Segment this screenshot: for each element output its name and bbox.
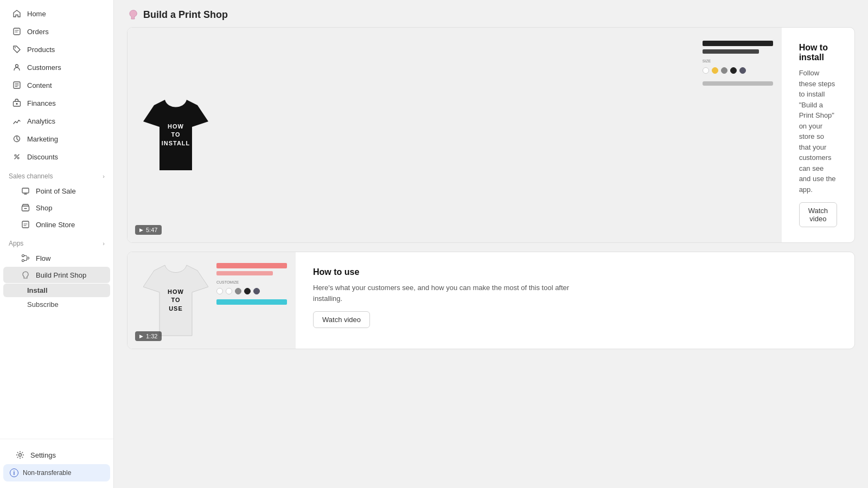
install-watch-video-button[interactable]: Watch video	[799, 202, 837, 227]
use-card-title: How to use	[313, 267, 837, 277]
chevron-right-icon: ›	[103, 173, 105, 179]
sidebar-item-content[interactable]: Content	[3, 76, 110, 94]
chevron-right-apps-icon: ›	[103, 240, 105, 247]
sidebar-label-analytics: Analytics	[27, 117, 55, 125]
sidebar-label-install: Install	[27, 286, 48, 294]
svg-rect-5	[16, 103, 18, 105]
sidebar-label-orders: Orders	[27, 28, 49, 36]
how-to-install-card: HOWTOINSTALL SIZE	[127, 27, 855, 243]
sidebar-subitem-install[interactable]: Install	[3, 284, 110, 297]
use-watch-video-button[interactable]: Watch video	[313, 311, 370, 328]
use-timer-value: 1:32	[146, 333, 157, 339]
svg-point-15	[19, 454, 22, 457]
sidebar-item-analytics[interactable]: Analytics	[3, 112, 110, 130]
sidebar-item-finances[interactable]: Finances	[3, 94, 110, 112]
content-icon	[12, 80, 22, 90]
sidebar-label-finances: Finances	[27, 99, 56, 107]
sidebar-label-discounts: Discounts	[27, 153, 58, 161]
sidebar-item-point-of-sale[interactable]: Point of Sale	[3, 183, 110, 199]
sidebar-item-flow[interactable]: Flow	[3, 250, 110, 266]
sidebar-item-products[interactable]: Products	[3, 41, 110, 58]
home-icon	[12, 9, 22, 18]
play-icon-2: ▶	[139, 333, 143, 339]
use-ui-mockup: CUSTOMIZE	[216, 263, 287, 305]
install-ui-mockup: SIZE	[703, 41, 773, 86]
install-tshirt: HOWTOINSTALL	[141, 33, 211, 237]
install-timer-value: 5:47	[146, 227, 157, 233]
svg-rect-11	[22, 221, 29, 228]
svg-point-7	[15, 155, 16, 156]
sidebar-item-marketing[interactable]: Marketing	[3, 130, 110, 147]
info-icon: i	[10, 468, 18, 477]
page-header-icon	[127, 9, 139, 21]
sidebar-nav: Home Orders Products Customers Content	[0, 0, 113, 439]
sidebar-subitem-subscribe[interactable]: Subscribe	[3, 298, 110, 311]
settings-icon	[15, 450, 25, 460]
sidebar-label-subscribe: Subscribe	[27, 300, 59, 309]
use-thumbnail: HOWTOUSE CUSTOMIZE	[127, 252, 296, 349]
sidebar-bottom: Settings i Non-transferable	[0, 439, 113, 488]
how-to-use-card: HOWTOUSE CUSTOMIZE	[127, 252, 855, 349]
sidebar-label-customers: Customers	[27, 63, 61, 72]
sidebar-item-build-print-shop[interactable]: Build Print Shop	[3, 267, 110, 283]
sidebar-label-flow: Flow	[36, 254, 50, 262]
sidebar-item-customers[interactable]: Customers	[3, 59, 110, 76]
flow-icon	[21, 253, 30, 263]
svg-rect-0	[14, 28, 20, 35]
sidebar-item-online-store[interactable]: Online Store	[3, 216, 110, 233]
install-video-timer: ▶ 5:47	[135, 225, 162, 235]
use-card-info: How to use Here's what your customers se…	[296, 252, 854, 349]
install-card-info: How to install Follow these steps to ins…	[782, 28, 854, 242]
analytics-icon	[12, 116, 22, 126]
svg-point-14	[22, 260, 24, 262]
sidebar-item-shop[interactable]: Shop	[3, 200, 110, 216]
install-card-desc: Follow these steps to install "Build a P…	[799, 68, 837, 195]
person-icon	[12, 62, 22, 72]
svg-rect-9	[22, 188, 29, 193]
sidebar-label-home: Home	[27, 10, 46, 18]
apps-header[interactable]: Apps ›	[0, 233, 113, 249]
use-card-desc: Here's what your customers see, and how …	[313, 282, 573, 304]
sidebar-label-products: Products	[27, 46, 55, 54]
sales-channels-header[interactable]: Sales channels ›	[0, 166, 113, 182]
main-content: Build a Print Shop HOWTOINSTALL SIZE	[114, 0, 868, 488]
sidebar-label-pos: Point of Sale	[36, 187, 76, 195]
sidebar-label-marketing: Marketing	[27, 135, 58, 143]
svg-point-13	[27, 257, 29, 259]
store-icon	[21, 220, 30, 229]
sidebar-item-home[interactable]: Home	[3, 5, 110, 22]
play-icon: ▶	[139, 227, 143, 233]
svg-point-2	[16, 65, 18, 67]
shop-icon	[21, 203, 30, 213]
page-header: Build a Print Shop	[114, 0, 868, 27]
discounts-icon	[12, 152, 22, 162]
orders-icon	[12, 27, 22, 36]
use-tshirt: HOWTOUSE	[141, 258, 211, 343]
finances-icon	[12, 98, 22, 108]
svg-point-8	[17, 157, 19, 159]
sidebar-label-settings: Settings	[30, 451, 56, 459]
sidebar-label-online-store: Online Store	[36, 221, 75, 229]
sidebar: Home Orders Products Customers Content	[0, 0, 114, 488]
sidebar-item-discounts[interactable]: Discounts	[3, 148, 110, 165]
non-transferable-label: Non-transferable	[23, 469, 71, 477]
svg-point-12	[22, 255, 24, 257]
content-area: HOWTOINSTALL SIZE	[114, 27, 868, 362]
sidebar-label-shop: Shop	[36, 204, 52, 212]
print-icon	[21, 270, 30, 280]
pos-icon	[21, 186, 30, 196]
install-card-title: How to install	[799, 43, 837, 62]
svg-point-1	[15, 47, 16, 48]
marketing-icon	[12, 134, 22, 144]
install-thumbnail: HOWTOINSTALL SIZE	[127, 28, 782, 242]
tag-icon	[12, 44, 22, 54]
sidebar-label-content: Content	[27, 81, 52, 89]
sidebar-label-build-print-shop: Build Print Shop	[36, 271, 86, 279]
sidebar-item-settings[interactable]: Settings	[7, 446, 107, 464]
sidebar-item-orders[interactable]: Orders	[3, 23, 110, 40]
use-video-timer: ▶ 1:32	[135, 331, 162, 341]
non-transferable-badge[interactable]: i Non-transferable	[3, 464, 110, 481]
page-title: Build a Print Shop	[143, 9, 228, 21]
